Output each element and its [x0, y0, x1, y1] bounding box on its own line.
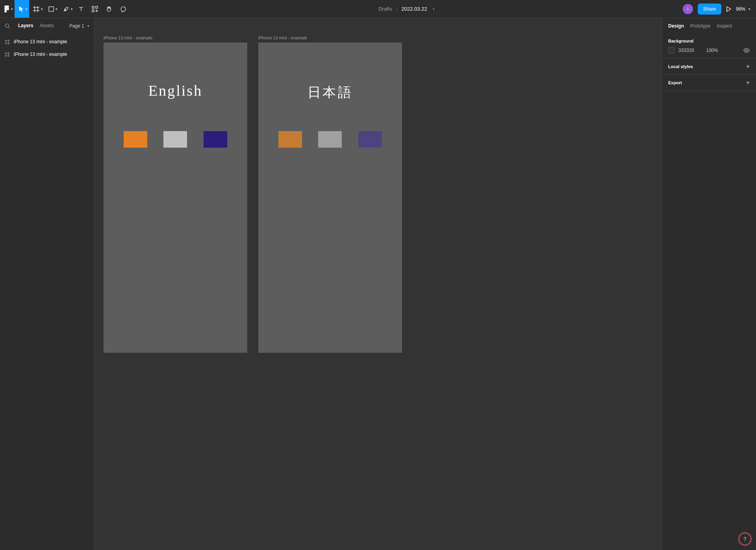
frame-title: 日本語: [258, 83, 402, 102]
frame-icon: [33, 6, 39, 12]
swatch-row: [258, 131, 402, 148]
chevron-down-icon: ▾: [56, 7, 57, 11]
page-picker[interactable]: Page 1 ▾: [69, 23, 89, 29]
top-toolbar: ▾ ▾ ▾ ▾ ▾ Drafts /: [0, 0, 756, 18]
hand-icon: [106, 6, 112, 12]
chevron-down-icon: ▾: [11, 7, 13, 11]
rectangle-icon: [48, 6, 54, 12]
svg-rect-11: [92, 10, 94, 12]
svg-point-24: [746, 50, 747, 51]
breadcrumb-root[interactable]: Drafts: [378, 6, 392, 12]
swatch[interactable]: [163, 131, 187, 148]
comment-icon: [120, 6, 126, 12]
share-button[interactable]: Share: [698, 4, 721, 15]
toolbar-tools: ▾ ▾ ▾ ▾ ▾: [0, 0, 130, 18]
chevron-down-icon[interactable]: ▾: [433, 7, 435, 11]
chevron-down-icon: ▾: [71, 7, 73, 11]
add-style-button[interactable]: +: [746, 63, 750, 70]
export-section: Export +: [662, 75, 756, 91]
tab-layers[interactable]: Layers: [18, 23, 33, 29]
svg-point-0: [7, 8, 9, 10]
frame[interactable]: English: [104, 43, 247, 353]
comment-tool-button[interactable]: [116, 0, 130, 18]
svg-point-14: [6, 24, 9, 28]
move-tool-button[interactable]: ▾: [15, 0, 29, 18]
layer-item[interactable]: iPhone 13 mini - example: [0, 48, 94, 61]
help-icon: ?: [743, 536, 747, 542]
swatch[interactable]: [278, 131, 302, 148]
visibility-toggle[interactable]: [743, 47, 750, 54]
eye-icon: [743, 47, 750, 54]
figma-logo-icon: [4, 5, 9, 13]
left-panel-tabs: Layers Assets Page 1 ▾: [0, 18, 94, 34]
search-icon[interactable]: [5, 23, 10, 29]
present-button[interactable]: [726, 6, 731, 12]
svg-rect-9: [92, 6, 94, 8]
swatch[interactable]: [318, 131, 342, 148]
export-label: Export: [668, 80, 682, 85]
svg-line-15: [9, 27, 10, 29]
frame-title: English: [104, 82, 247, 99]
frame-label[interactable]: iPhone 13 mini - example: [104, 35, 247, 40]
swatch-row: [104, 131, 247, 148]
chevron-down-icon: ▾: [26, 7, 28, 11]
layer-name: iPhone 13 mini - example: [14, 52, 67, 57]
text-tool-button[interactable]: [74, 0, 88, 18]
background-opacity[interactable]: 100%: [706, 48, 718, 53]
background-row: 333333 100%: [668, 47, 750, 54]
frame-wrap: iPhone 13 mini - example日本語: [258, 35, 402, 353]
chevron-down-icon: ▾: [41, 7, 43, 11]
toolbar-right: I Share 96% ▾: [683, 0, 756, 18]
right-panel: Design Prototype Inspect Background 3333…: [662, 18, 756, 550]
svg-point-6: [65, 9, 66, 10]
page-label: Page 1: [69, 23, 84, 29]
resources-icon: [92, 6, 98, 12]
figma-menu-button[interactable]: ▾: [0, 0, 15, 18]
background-label: Background: [668, 39, 750, 43]
zoom-label: 96%: [736, 6, 745, 12]
add-export-button[interactable]: +: [746, 80, 750, 86]
background-hex[interactable]: 333333: [678, 48, 702, 53]
frame-label[interactable]: iPhone 13 mini - example: [258, 35, 402, 40]
layer-list: iPhone 13 mini - example iPhone 13 mini …: [0, 34, 94, 62]
background-swatch[interactable]: [668, 47, 674, 54]
local-styles-label: Local styles: [668, 64, 693, 69]
canvas[interactable]: iPhone 13 mini - exampleEnglishiPhone 13…: [94, 18, 662, 550]
zoom-picker[interactable]: 96% ▾: [736, 6, 750, 12]
pen-icon: [63, 6, 69, 12]
frame-icon: [5, 52, 10, 57]
left-panel: Layers Assets Page 1 ▾ iPhone 13 mini - …: [0, 18, 94, 550]
resources-button[interactable]: [88, 0, 102, 18]
frame[interactable]: 日本語: [258, 43, 402, 353]
document-name[interactable]: 2022.03.22: [402, 6, 427, 12]
right-panel-tabs: Design Prototype Inspect: [662, 18, 756, 34]
avatar-letter: I: [687, 7, 688, 11]
tab-inspect[interactable]: Inspect: [717, 23, 732, 29]
move-cursor-icon: [19, 6, 24, 12]
chevron-down-icon: ▾: [749, 7, 750, 11]
swatch[interactable]: [204, 131, 227, 148]
chevron-down-icon: ▾: [87, 24, 89, 28]
layer-item[interactable]: iPhone 13 mini - example: [0, 35, 94, 48]
svg-rect-10: [96, 6, 98, 8]
frame-tool-button[interactable]: ▾: [29, 0, 44, 18]
background-section: Background 333333 100%: [662, 34, 756, 59]
frame-icon: [5, 39, 10, 44]
swatch[interactable]: [358, 131, 382, 148]
shape-tool-button[interactable]: ▾: [44, 0, 59, 18]
layer-name: iPhone 13 mini - example: [14, 39, 67, 44]
play-icon: [726, 6, 731, 12]
tab-design[interactable]: Design: [668, 23, 684, 29]
avatar[interactable]: I: [683, 4, 693, 14]
local-styles-section: Local styles +: [662, 59, 756, 75]
tab-assets[interactable]: Assets: [40, 23, 54, 29]
swatch[interactable]: [124, 131, 147, 148]
breadcrumb: Drafts / 2022.03.22 ▾: [130, 0, 683, 18]
pen-tool-button[interactable]: ▾: [59, 0, 74, 18]
hand-tool-button[interactable]: [102, 0, 116, 18]
tab-prototype[interactable]: Prototype: [690, 23, 710, 29]
breadcrumb-separator: /: [396, 6, 398, 12]
text-icon: [78, 6, 84, 12]
frame-wrap: iPhone 13 mini - exampleEnglish: [104, 35, 247, 353]
help-button[interactable]: ?: [739, 533, 750, 544]
